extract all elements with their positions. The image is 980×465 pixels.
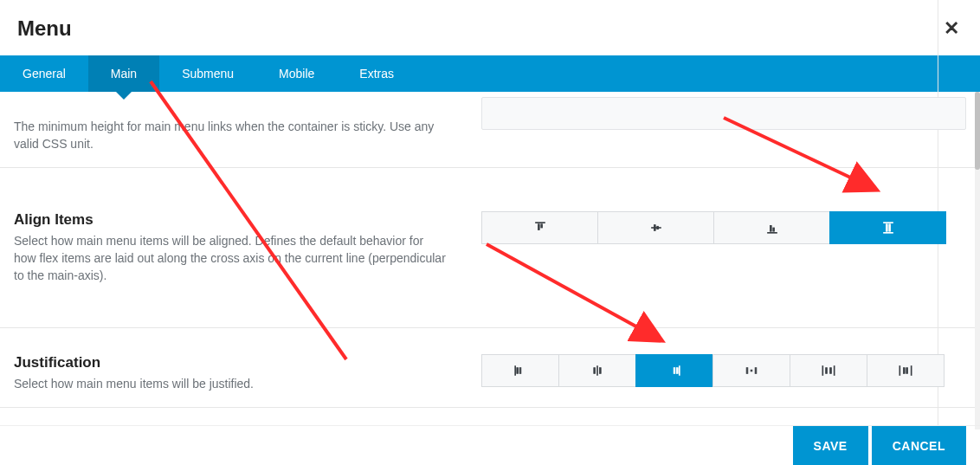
svg-rect-11 bbox=[886, 223, 887, 230]
tab-main[interactable]: Main bbox=[88, 55, 159, 92]
justify-title: Justification bbox=[14, 354, 447, 371]
justification-group bbox=[481, 354, 966, 387]
svg-rect-27 bbox=[830, 368, 832, 374]
align-middle-icon bbox=[648, 219, 665, 236]
svg-rect-26 bbox=[826, 368, 828, 374]
align-title: Align Items bbox=[14, 211, 447, 229]
justify-between-icon bbox=[743, 362, 760, 379]
align-center[interactable] bbox=[597, 211, 714, 244]
save-button[interactable]: SAVE bbox=[793, 426, 868, 465]
sticky-height-input[interactable] bbox=[481, 97, 966, 130]
page-title: Menu bbox=[17, 16, 72, 41]
svg-rect-2 bbox=[540, 223, 542, 227]
svg-rect-7 bbox=[770, 225, 771, 231]
svg-rect-12 bbox=[888, 223, 890, 230]
svg-rect-5 bbox=[656, 226, 658, 229]
justify-center[interactable] bbox=[558, 354, 636, 387]
justify-center-icon bbox=[589, 362, 606, 379]
align-flex-start[interactable] bbox=[481, 211, 598, 244]
close-button[interactable]: ✕ bbox=[940, 14, 963, 43]
content-area: Sticky Minimum Height The minimum height… bbox=[0, 92, 980, 429]
justify-space-around[interactable] bbox=[790, 354, 867, 387]
tab-bar: General Main Submenu Mobile Extras bbox=[0, 55, 980, 92]
svg-rect-15 bbox=[519, 368, 521, 374]
svg-rect-24 bbox=[755, 368, 757, 374]
field-sticky-minimum: Sticky Minimum Height The minimum height… bbox=[0, 92, 980, 168]
svg-rect-17 bbox=[594, 368, 596, 374]
svg-rect-31 bbox=[906, 368, 908, 374]
justify-flex-end[interactable] bbox=[635, 354, 713, 387]
svg-rect-18 bbox=[600, 368, 602, 374]
svg-rect-20 bbox=[674, 368, 675, 374]
tab-extras[interactable]: Extras bbox=[337, 55, 416, 92]
align-top-icon bbox=[532, 219, 549, 236]
svg-rect-23 bbox=[751, 371, 752, 372]
tab-mobile[interactable]: Mobile bbox=[256, 55, 337, 92]
svg-rect-22 bbox=[746, 368, 748, 374]
align-items-group bbox=[481, 211, 966, 244]
align-bottom-icon bbox=[764, 219, 781, 236]
justify-space-between[interactable] bbox=[712, 354, 790, 387]
justify-flex-start[interactable] bbox=[481, 354, 559, 387]
svg-rect-1 bbox=[538, 223, 539, 229]
cancel-button[interactable]: CANCEL bbox=[872, 426, 966, 465]
justify-around-icon bbox=[820, 362, 837, 379]
align-flex-end[interactable] bbox=[713, 211, 830, 244]
scrollbar[interactable] bbox=[975, 92, 980, 429]
tab-general[interactable]: General bbox=[0, 55, 88, 92]
svg-rect-4 bbox=[654, 224, 655, 230]
svg-rect-30 bbox=[904, 368, 906, 374]
tab-submenu[interactable]: Submenu bbox=[159, 55, 256, 92]
justify-start-icon bbox=[512, 362, 529, 379]
align-desc: Select how main menu items will be align… bbox=[14, 232, 447, 285]
sticky-desc: The minimum height for main menu links w… bbox=[14, 118, 447, 153]
scrollbar-thumb[interactable] bbox=[975, 92, 980, 170]
align-stretch-icon bbox=[880, 219, 897, 236]
svg-rect-21 bbox=[677, 368, 679, 374]
field-align-items: Align Items Select how main menu items w… bbox=[0, 168, 980, 329]
field-justification: Justification Select how main menu items… bbox=[0, 328, 980, 407]
footer: SAVE CANCEL bbox=[0, 425, 980, 465]
svg-rect-8 bbox=[772, 228, 774, 231]
justify-desc: Select how main menu items will be justi… bbox=[14, 375, 447, 392]
justify-end-icon bbox=[666, 362, 683, 379]
justify-evenly-icon bbox=[897, 362, 914, 379]
align-stretch[interactable] bbox=[829, 211, 946, 244]
svg-rect-14 bbox=[517, 368, 519, 374]
justify-space-evenly[interactable] bbox=[867, 354, 945, 387]
